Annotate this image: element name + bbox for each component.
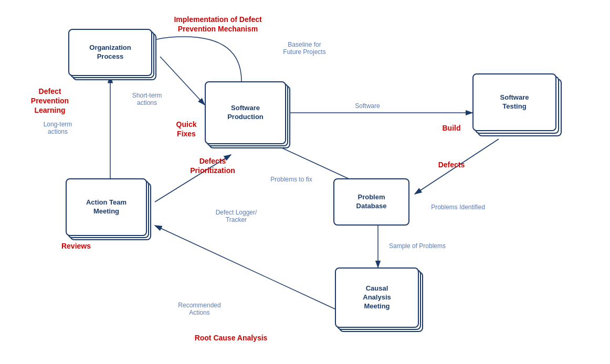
defect-logger-label: Defect Logger/Tracker [205,209,268,223]
software-production-box: SoftwareProduction [205,81,286,144]
build-label: Build [430,123,472,133]
software-production-label: SoftwareProduction [227,104,264,122]
reviews-label: Reviews [55,241,97,251]
action-team-box: Action TeamMeeting [66,178,147,236]
recommended-actions-label: RecommendedActions [163,302,236,316]
defects-prioritization-label: DefectsPrioritization [178,156,247,175]
action-team-label: Action TeamMeeting [86,198,127,216]
defects-label: Defects [430,160,472,169]
problems-to-fix-label: Problems to fix [260,176,323,183]
quick-fixes-label: QuickFixes [163,120,210,138]
software-testing-box: SoftwareTesting [472,73,556,131]
implementation-label: Implementation of DefectPrevention Mecha… [155,15,281,34]
defect-prevention-label: DefectPrevention Learning [16,87,84,115]
long-term-label: Long-termactions [29,121,87,135]
sample-of-problems-label: Sample of Problems [381,242,454,250]
root-cause-label: Root Cause Analysis [181,333,281,342]
causal-analysis-box: CausalAnalysisMeeting [335,267,419,328]
problem-database-box: ProblemDatabase [333,178,409,226]
diagram-container: OrganizationProcess SoftwareProduction S… [0,0,610,364]
software-testing-label: SoftwareTesting [500,93,529,111]
svg-line-7 [155,226,336,309]
short-term-label: Short-termactions [118,92,176,106]
causal-analysis-label: CausalAnalysisMeeting [363,284,391,311]
baseline-label: Baseline forFuture Projects [273,41,336,56]
problems-identified-label: Problems Identified [420,204,496,211]
problem-database-label: ProblemDatabase [356,193,387,211]
org-process-label: OrganizationProcess [89,44,131,61]
org-process-box: OrganizationProcess [68,29,152,76]
software-label: Software [341,102,394,110]
